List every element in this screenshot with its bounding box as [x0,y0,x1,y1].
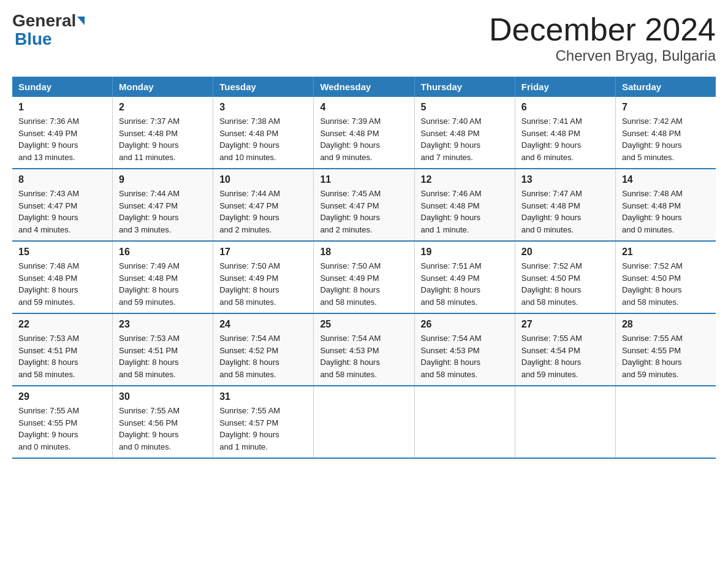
calendar-cell: 5Sunrise: 7:40 AMSunset: 4:48 PMDaylight… [414,97,515,169]
day-info: Sunrise: 7:54 AMSunset: 4:53 PMDaylight:… [421,332,509,380]
calendar-cell: 31Sunrise: 7:55 AMSunset: 4:57 PMDayligh… [213,386,314,458]
calendar-cell: 18Sunrise: 7:50 AMSunset: 4:49 PMDayligh… [314,241,414,313]
day-number: 25 [320,319,408,330]
day-number: 21 [622,247,710,258]
calendar-cell: 6Sunrise: 7:41 AMSunset: 4:48 PMDaylight… [515,97,615,169]
header-cell-tuesday: Tuesday [213,77,314,97]
day-number: 18 [320,247,408,258]
day-info: Sunrise: 7:37 AMSunset: 4:48 PMDaylight:… [119,115,207,163]
calendar-cell [314,386,414,458]
day-info: Sunrise: 7:51 AMSunset: 4:49 PMDaylight:… [421,260,509,308]
day-number: 10 [219,174,307,185]
day-info: Sunrise: 7:52 AMSunset: 4:50 PMDaylight:… [622,260,710,308]
calendar-cell: 16Sunrise: 7:49 AMSunset: 4:48 PMDayligh… [113,241,213,313]
day-info: Sunrise: 7:40 AMSunset: 4:48 PMDaylight:… [421,115,509,163]
calendar-cell [414,386,515,458]
calendar-cell: 1Sunrise: 7:36 AMSunset: 4:49 PMDaylight… [12,97,113,169]
header-cell-monday: Monday [113,77,213,97]
header-cell-sunday: Sunday [12,77,113,97]
day-number: 16 [119,247,207,258]
day-number: 24 [219,319,307,330]
calendar-cell: 29Sunrise: 7:55 AMSunset: 4:55 PMDayligh… [12,386,113,458]
calendar-cell: 4Sunrise: 7:39 AMSunset: 4:48 PMDaylight… [314,97,414,169]
day-number: 13 [521,174,609,185]
day-info: Sunrise: 7:41 AMSunset: 4:48 PMDaylight:… [521,115,609,163]
day-info: Sunrise: 7:47 AMSunset: 4:48 PMDaylight:… [521,188,609,236]
calendar-cell: 13Sunrise: 7:47 AMSunset: 4:48 PMDayligh… [515,169,615,241]
calendar-cell: 10Sunrise: 7:44 AMSunset: 4:47 PMDayligh… [213,169,314,241]
header-cell-friday: Friday [515,77,615,97]
day-info: Sunrise: 7:55 AMSunset: 4:55 PMDaylight:… [18,405,106,453]
day-number: 19 [421,247,509,258]
calendar-cell: 21Sunrise: 7:52 AMSunset: 4:50 PMDayligh… [615,241,716,313]
calendar-cell: 12Sunrise: 7:46 AMSunset: 4:48 PMDayligh… [414,169,515,241]
day-number: 14 [622,174,710,185]
header-cell-thursday: Thursday [414,77,515,97]
day-number: 27 [521,319,609,330]
day-info: Sunrise: 7:42 AMSunset: 4:48 PMDaylight:… [622,115,710,163]
logo-arrow-icon [77,17,85,25]
calendar-cell: 7Sunrise: 7:42 AMSunset: 4:48 PMDaylight… [615,97,716,169]
calendar-cell: 23Sunrise: 7:53 AMSunset: 4:51 PMDayligh… [113,313,213,386]
calendar-cell [615,386,716,458]
header-cell-wednesday: Wednesday [314,77,414,97]
day-info: Sunrise: 7:44 AMSunset: 4:47 PMDaylight:… [119,188,207,236]
day-number: 17 [219,247,307,258]
calendar-cell: 25Sunrise: 7:54 AMSunset: 4:53 PMDayligh… [314,313,414,386]
day-number: 6 [521,102,609,113]
day-number: 8 [18,174,106,185]
day-info: Sunrise: 7:55 AMSunset: 4:56 PMDaylight:… [119,405,207,453]
day-info: Sunrise: 7:39 AMSunset: 4:48 PMDaylight:… [320,115,408,163]
day-info: Sunrise: 7:48 AMSunset: 4:48 PMDaylight:… [622,188,710,236]
day-info: Sunrise: 7:55 AMSunset: 4:54 PMDaylight:… [521,332,609,380]
day-number: 1 [18,102,106,113]
day-number: 23 [119,319,207,330]
calendar-cell: 27Sunrise: 7:55 AMSunset: 4:54 PMDayligh… [515,313,615,386]
day-number: 29 [18,391,106,402]
day-number: 11 [320,174,408,185]
calendar-cell: 15Sunrise: 7:48 AMSunset: 4:48 PMDayligh… [12,241,113,313]
day-info: Sunrise: 7:50 AMSunset: 4:49 PMDaylight:… [320,260,408,308]
day-number: 4 [320,102,408,113]
logo: General Blue [12,12,85,48]
week-row-1: 1Sunrise: 7:36 AMSunset: 4:49 PMDaylight… [12,97,716,169]
day-info: Sunrise: 7:36 AMSunset: 4:49 PMDaylight:… [18,115,106,163]
day-info: Sunrise: 7:46 AMSunset: 4:48 PMDaylight:… [421,188,509,236]
day-number: 3 [219,102,307,113]
page-header: General Blue December 2024 Cherven Bryag… [12,12,716,64]
day-info: Sunrise: 7:54 AMSunset: 4:53 PMDaylight:… [320,332,408,380]
calendar-cell: 19Sunrise: 7:51 AMSunset: 4:49 PMDayligh… [414,241,515,313]
day-info: Sunrise: 7:43 AMSunset: 4:47 PMDaylight:… [18,188,106,236]
day-info: Sunrise: 7:50 AMSunset: 4:49 PMDaylight:… [219,260,307,308]
week-row-2: 8Sunrise: 7:43 AMSunset: 4:47 PMDaylight… [12,169,716,241]
calendar-cell: 22Sunrise: 7:53 AMSunset: 4:51 PMDayligh… [12,313,113,386]
day-number: 2 [119,102,207,113]
day-info: Sunrise: 7:53 AMSunset: 4:51 PMDaylight:… [119,332,207,380]
calendar-cell: 30Sunrise: 7:55 AMSunset: 4:56 PMDayligh… [113,386,213,458]
day-number: 12 [421,174,509,185]
day-number: 5 [421,102,509,113]
calendar-cell: 20Sunrise: 7:52 AMSunset: 4:50 PMDayligh… [515,241,615,313]
day-info: Sunrise: 7:49 AMSunset: 4:48 PMDaylight:… [119,260,207,308]
calendar-cell: 28Sunrise: 7:55 AMSunset: 4:55 PMDayligh… [615,313,716,386]
day-info: Sunrise: 7:54 AMSunset: 4:52 PMDaylight:… [219,332,307,380]
page-subtitle: Cherven Bryag, Bulgaria [489,47,716,64]
day-info: Sunrise: 7:45 AMSunset: 4:47 PMDaylight:… [320,188,408,236]
title-area: December 2024 Cherven Bryag, Bulgaria [489,12,716,64]
day-number: 30 [119,391,207,402]
day-number: 26 [421,319,509,330]
day-number: 31 [219,391,307,402]
week-row-4: 22Sunrise: 7:53 AMSunset: 4:51 PMDayligh… [12,313,716,386]
day-info: Sunrise: 7:38 AMSunset: 4:48 PMDaylight:… [219,115,307,163]
calendar-cell: 9Sunrise: 7:44 AMSunset: 4:47 PMDaylight… [113,169,213,241]
header-row: SundayMondayTuesdayWednesdayThursdayFrid… [12,77,716,97]
calendar-cell: 14Sunrise: 7:48 AMSunset: 4:48 PMDayligh… [615,169,716,241]
logo-blue-text: Blue [12,31,52,48]
calendar-cell: 3Sunrise: 7:38 AMSunset: 4:48 PMDaylight… [213,97,314,169]
week-row-3: 15Sunrise: 7:48 AMSunset: 4:48 PMDayligh… [12,241,716,313]
day-number: 15 [18,247,106,258]
day-info: Sunrise: 7:55 AMSunset: 4:55 PMDaylight:… [622,332,710,380]
day-number: 28 [622,319,710,330]
logo-general-text: General [12,12,76,29]
calendar-cell: 8Sunrise: 7:43 AMSunset: 4:47 PMDaylight… [12,169,113,241]
